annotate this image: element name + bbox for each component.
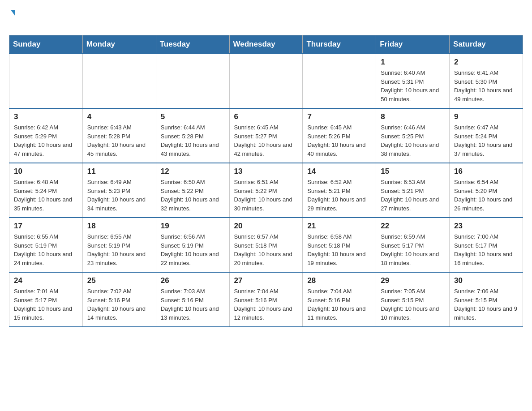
- calendar-cell: [9, 54, 83, 108]
- day-info: Sunrise: 7:02 AM Sunset: 5:16 PM Dayligh…: [87, 287, 151, 322]
- day-number: 27: [234, 276, 298, 285]
- day-info: Sunrise: 7:04 AM Sunset: 5:16 PM Dayligh…: [307, 287, 371, 322]
- day-info: Sunrise: 6:52 AM Sunset: 5:21 PM Dayligh…: [307, 178, 371, 213]
- day-info: Sunrise: 7:01 AM Sunset: 5:17 PM Dayligh…: [14, 287, 78, 322]
- day-number: 20: [234, 222, 298, 231]
- day-info: Sunrise: 6:43 AM Sunset: 5:28 PM Dayligh…: [87, 123, 151, 158]
- day-number: 7: [307, 112, 371, 121]
- day-info: Sunrise: 6:45 AM Sunset: 5:26 PM Dayligh…: [307, 123, 371, 158]
- calendar-cell: 30Sunrise: 7:06 AM Sunset: 5:15 PM Dayli…: [450, 272, 523, 327]
- calendar-week-row: 17Sunrise: 6:55 AM Sunset: 5:19 PM Dayli…: [9, 218, 523, 272]
- calendar-cell: 9Sunrise: 6:47 AM Sunset: 5:24 PM Daylig…: [450, 108, 523, 163]
- logo: [9, 9, 15, 28]
- calendar-cell: 11Sunrise: 6:49 AM Sunset: 5:23 PM Dayli…: [82, 163, 156, 218]
- calendar-table: SundayMondayTuesdayWednesdayThursdayFrid…: [9, 35, 523, 327]
- calendar-week-row: 10Sunrise: 6:48 AM Sunset: 5:24 PM Dayli…: [9, 163, 523, 218]
- day-number: 21: [307, 222, 371, 231]
- day-number: 1: [381, 58, 445, 67]
- logo-text: [9, 9, 15, 16]
- day-number: 6: [234, 112, 298, 121]
- day-info: Sunrise: 6:40 AM Sunset: 5:31 PM Dayligh…: [381, 68, 445, 103]
- calendar-week-row: 3Sunrise: 6:42 AM Sunset: 5:29 PM Daylig…: [9, 108, 523, 163]
- calendar-cell: 24Sunrise: 7:01 AM Sunset: 5:17 PM Dayli…: [9, 272, 83, 327]
- calendar-cell: 16Sunrise: 6:54 AM Sunset: 5:20 PM Dayli…: [450, 163, 523, 218]
- calendar-cell: 25Sunrise: 7:02 AM Sunset: 5:16 PM Dayli…: [82, 272, 156, 327]
- calendar-cell: 1Sunrise: 6:40 AM Sunset: 5:31 PM Daylig…: [376, 54, 450, 108]
- calendar-cell: 12Sunrise: 6:50 AM Sunset: 5:22 PM Dayli…: [156, 163, 229, 218]
- day-number: 19: [161, 222, 225, 231]
- day-info: Sunrise: 6:44 AM Sunset: 5:28 PM Dayligh…: [161, 123, 225, 158]
- day-info: Sunrise: 6:41 AM Sunset: 5:30 PM Dayligh…: [454, 68, 518, 103]
- calendar-cell: 5Sunrise: 6:44 AM Sunset: 5:28 PM Daylig…: [156, 108, 229, 163]
- day-number: 4: [87, 112, 151, 121]
- calendar-week-row: 24Sunrise: 7:01 AM Sunset: 5:17 PM Dayli…: [9, 272, 523, 327]
- day-info: Sunrise: 6:48 AM Sunset: 5:24 PM Dayligh…: [14, 178, 78, 213]
- day-info: Sunrise: 7:06 AM Sunset: 5:15 PM Dayligh…: [454, 287, 518, 322]
- day-info: Sunrise: 7:05 AM Sunset: 5:15 PM Dayligh…: [381, 287, 445, 322]
- day-info: Sunrise: 6:42 AM Sunset: 5:29 PM Dayligh…: [14, 123, 78, 158]
- day-number: 12: [161, 167, 225, 176]
- calendar-cell: 27Sunrise: 7:04 AM Sunset: 5:16 PM Dayli…: [229, 272, 303, 327]
- calendar-cell: [156, 54, 229, 108]
- calendar-cell: 19Sunrise: 6:56 AM Sunset: 5:19 PM Dayli…: [156, 218, 229, 272]
- day-info: Sunrise: 7:04 AM Sunset: 5:16 PM Dayligh…: [234, 287, 298, 322]
- calendar-cell: 15Sunrise: 6:53 AM Sunset: 5:21 PM Dayli…: [376, 163, 450, 218]
- day-number: 10: [14, 167, 78, 176]
- day-info: Sunrise: 6:55 AM Sunset: 5:19 PM Dayligh…: [14, 232, 78, 267]
- calendar-cell: 8Sunrise: 6:46 AM Sunset: 5:25 PM Daylig…: [376, 108, 450, 163]
- day-number: 28: [307, 276, 371, 285]
- weekday-header-wednesday: Wednesday: [229, 35, 303, 54]
- calendar-cell: 3Sunrise: 6:42 AM Sunset: 5:29 PM Daylig…: [9, 108, 83, 163]
- day-info: Sunrise: 6:50 AM Sunset: 5:22 PM Dayligh…: [161, 178, 225, 213]
- weekday-header-tuesday: Tuesday: [156, 35, 229, 54]
- day-number: 15: [381, 167, 445, 176]
- calendar-cell: 21Sunrise: 6:58 AM Sunset: 5:18 PM Dayli…: [303, 218, 376, 272]
- day-number: 2: [454, 58, 518, 67]
- day-number: 8: [381, 112, 445, 121]
- day-number: 26: [161, 276, 225, 285]
- day-info: Sunrise: 6:55 AM Sunset: 5:19 PM Dayligh…: [87, 232, 151, 267]
- day-number: 13: [234, 167, 298, 176]
- day-number: 23: [454, 222, 518, 231]
- calendar-cell: 28Sunrise: 7:04 AM Sunset: 5:16 PM Dayli…: [303, 272, 376, 327]
- day-info: Sunrise: 6:57 AM Sunset: 5:18 PM Dayligh…: [234, 232, 298, 267]
- day-number: 5: [161, 112, 225, 121]
- day-info: Sunrise: 6:47 AM Sunset: 5:24 PM Dayligh…: [454, 123, 518, 158]
- weekday-header-friday: Friday: [376, 35, 450, 54]
- day-info: Sunrise: 7:03 AM Sunset: 5:16 PM Dayligh…: [161, 287, 225, 322]
- calendar-cell: 26Sunrise: 7:03 AM Sunset: 5:16 PM Dayli…: [156, 272, 229, 327]
- calendar-cell: 17Sunrise: 6:55 AM Sunset: 5:19 PM Dayli…: [9, 218, 83, 272]
- calendar-cell: 6Sunrise: 6:45 AM Sunset: 5:27 PM Daylig…: [229, 108, 303, 163]
- day-number: 25: [87, 276, 151, 285]
- calendar-cell: 4Sunrise: 6:43 AM Sunset: 5:28 PM Daylig…: [82, 108, 156, 163]
- day-number: 3: [14, 112, 78, 121]
- day-number: 22: [381, 222, 445, 231]
- calendar-cell: 13Sunrise: 6:51 AM Sunset: 5:22 PM Dayli…: [229, 163, 303, 218]
- day-info: Sunrise: 6:54 AM Sunset: 5:20 PM Dayligh…: [454, 178, 518, 213]
- calendar-cell: 2Sunrise: 6:41 AM Sunset: 5:30 PM Daylig…: [450, 54, 523, 108]
- calendar-cell: [82, 54, 156, 108]
- weekday-header-saturday: Saturday: [450, 35, 523, 54]
- day-number: 9: [454, 112, 518, 121]
- calendar-cell: 22Sunrise: 6:59 AM Sunset: 5:17 PM Dayli…: [376, 218, 450, 272]
- day-info: Sunrise: 6:59 AM Sunset: 5:17 PM Dayligh…: [381, 232, 445, 267]
- weekday-header-monday: Monday: [82, 35, 156, 54]
- day-number: 18: [87, 222, 151, 231]
- weekday-header-sunday: Sunday: [9, 35, 83, 54]
- day-info: Sunrise: 6:46 AM Sunset: 5:25 PM Dayligh…: [381, 123, 445, 158]
- calendar-cell: 10Sunrise: 6:48 AM Sunset: 5:24 PM Dayli…: [9, 163, 83, 218]
- logo-arrow-icon: [11, 10, 15, 16]
- calendar-cell: 20Sunrise: 6:57 AM Sunset: 5:18 PM Dayli…: [229, 218, 303, 272]
- calendar-week-row: 1Sunrise: 6:40 AM Sunset: 5:31 PM Daylig…: [9, 54, 523, 108]
- day-info: Sunrise: 6:58 AM Sunset: 5:18 PM Dayligh…: [307, 232, 371, 267]
- calendar-cell: [303, 54, 376, 108]
- calendar-cell: 29Sunrise: 7:05 AM Sunset: 5:15 PM Dayli…: [376, 272, 450, 327]
- calendar-cell: 18Sunrise: 6:55 AM Sunset: 5:19 PM Dayli…: [82, 218, 156, 272]
- day-number: 16: [454, 167, 518, 176]
- calendar-cell: [229, 54, 303, 108]
- weekday-header-thursday: Thursday: [303, 35, 376, 54]
- day-number: 30: [454, 276, 518, 285]
- day-number: 24: [14, 276, 78, 285]
- day-number: 17: [14, 222, 78, 231]
- day-info: Sunrise: 7:00 AM Sunset: 5:17 PM Dayligh…: [454, 232, 518, 267]
